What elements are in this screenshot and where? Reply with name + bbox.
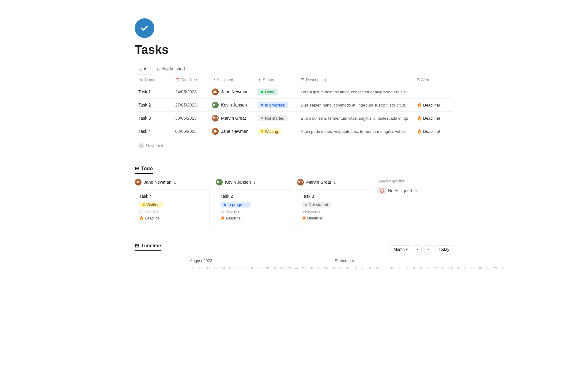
timeline-date: 15 [227,266,234,270]
cell-status: In progress [254,99,297,112]
timeline-date: 16 [462,266,469,270]
timeline-date: 30 [337,266,344,270]
status-badge: Done [258,89,277,95]
col-deadline[interactable]: 📅 Deadline [172,74,208,85]
todo-section-title: ⊞ Todo [135,166,153,174]
avatar: JN [135,179,141,185]
cell-description: Duis sapien nunc, commodo et, interdum s… [297,99,413,112]
table-row[interactable]: Task 2 27/05/2023 KJ Kevin Jansen In pro… [135,99,453,112]
timeline-date: 17 [469,266,477,270]
cell-deadline: 02/06/2023 [172,125,208,138]
cell-description: Proin pede metus, vulputate nec, ferment… [297,125,413,138]
task-card-alert: 🔥 Deadline! [139,216,205,220]
status-dot [142,204,145,206]
timeline-date-spacer [135,266,190,270]
timeline-aug-label: August 2022 [190,258,335,263]
timeline-next-button[interactable]: › [424,245,432,253]
col-status[interactable]: ✦ Status [254,74,297,85]
timeline-months-labels: August 2022 September [190,258,453,263]
task-card[interactable]: Task 4 Waiting 02/06/2023 🔥 Deadline! [135,189,210,225]
timeline-date: 16 [234,266,241,270]
cell-assigned: JN Jane Newman [208,85,254,99]
task-card[interactable]: Task 2 In progress 27/05/2023 🔥 Deadline… [216,189,291,225]
timeline-months-row: August 2022 September [135,258,453,265]
col-alert[interactable]: Σ Alert [413,74,453,85]
kanban-column-header: JN Jane Newman 1 [135,179,210,185]
timeline-date: 5 [381,266,388,270]
cell-name: Task 2 [135,99,172,112]
timeline-date: 17 [241,266,249,270]
todo-section: ⊞ Todo JN Jane Newman 1 Task 4 Waiting 0… [135,166,453,228]
status-dot [305,204,307,206]
cell-name: Task 3 [135,112,172,125]
new-task-button[interactable]: + New task [135,140,167,151]
kanban-column-header: MG Marvin Great 1 [297,179,372,185]
timeline-prev-button[interactable]: ‹ [414,245,422,253]
task-card[interactable]: Task 3 Not started 30/05/2023 🔥 Deadline… [297,189,372,225]
task-status-badge: In progress [221,202,251,208]
timeline-date: 14 [447,266,454,270]
tab-not-finished-icon: ⊟ [157,67,160,71]
table-row[interactable]: Task 3 30/05/2023 MG Marvin Great Not st… [135,112,453,125]
timeline-date: 20 [491,266,499,270]
todo-icon: ⊞ [135,166,139,171]
task-card-date: 27/05/2023 [221,210,286,214]
timeline-date: 19 [484,266,491,270]
task-card-alert: 🔥 Deadline! [302,216,368,220]
no-assigned-item[interactable]: 🚫 No Assigned 0 [378,187,453,194]
no-assigned-icon: 🚫 [378,187,386,194]
chevron-down-icon: ▾ [406,247,408,252]
timeline-date: 28 [322,266,330,270]
cell-alert: 🔥 Deadline! [413,125,453,138]
tab-all[interactable]: ⊞ All [135,64,152,74]
timeline-date: 22 [278,266,285,270]
task-card-date: 02/06/2023 [139,210,205,214]
cell-status: Not started [254,112,297,125]
timeline-date: 19 [256,266,263,270]
no-assigned-label: No Assigned [388,188,412,193]
avatar: JN [212,128,219,135]
kanban-column-jane: JN Jane Newman 1 Task 4 Waiting 02/06/20… [135,179,210,228]
avatar: KJ [212,102,219,108]
task-status-badge: Waiting [139,202,163,208]
avatar: KJ [216,179,223,185]
timeline-controls: Month ▾ ‹ › Today [390,245,453,253]
timeline-date: 14 [219,266,227,270]
timeline-date: 12 [432,266,440,270]
tab-not-finished[interactable]: ⊟ Not finished [153,64,189,74]
timeline-icon: ⊟ [135,243,139,249]
avatar: MG [297,179,304,185]
no-assigned-count: 0 [415,189,417,193]
cell-alert: 🔥 Deadline! [413,99,453,112]
task-card-date: 30/05/2023 [302,210,368,214]
timeline-dates: 1011121314151617181920212223242526272829… [190,266,506,270]
status-badge: In progress [258,102,288,108]
col-assigned[interactable]: ↗ Assigned [208,74,254,85]
timeline-date: 20 [263,266,271,270]
timeline-date: 26 [307,266,315,270]
table-row[interactable]: Task 1 24/05/2023 JN Jane Newman Done Lo… [135,85,453,99]
cell-assigned: MG Marvin Great [208,112,254,125]
task-card-alert: 🔥 Deadline! [221,216,286,220]
kanban-column-marvin: MG Marvin Great 1 Task 3 Not started 30/… [297,179,372,228]
month-dropdown[interactable]: Month ▾ [390,245,411,253]
col-name[interactable]: Aa Name [135,74,172,85]
tasks-table-section: Aa Name 📅 Deadline ↗ [135,74,453,151]
today-button[interactable]: Today [435,245,453,253]
kanban-column-header: KJ Kevin Jansen 1 [216,179,291,185]
table-row[interactable]: Task 4 02/06/2023 JN Jane Newman Waiting… [135,125,453,138]
timeline-date: 6 [388,266,396,270]
status-dot [261,104,263,106]
svg-point-0 [140,23,150,33]
timeline-date: 1 [352,266,359,270]
col-description[interactable]: ☰ Description [297,74,413,85]
column-count: 1 [174,180,176,185]
avatar: MG [212,115,219,122]
timeline-date: 23 [285,266,293,270]
column-name: Marvin Great [306,180,331,185]
hidden-groups-label: Hidden groups [378,179,453,183]
status-dot [261,91,263,93]
timeline-date: 2 [359,266,366,270]
status-dot [261,117,263,119]
timeline-date: 4 [374,266,381,270]
